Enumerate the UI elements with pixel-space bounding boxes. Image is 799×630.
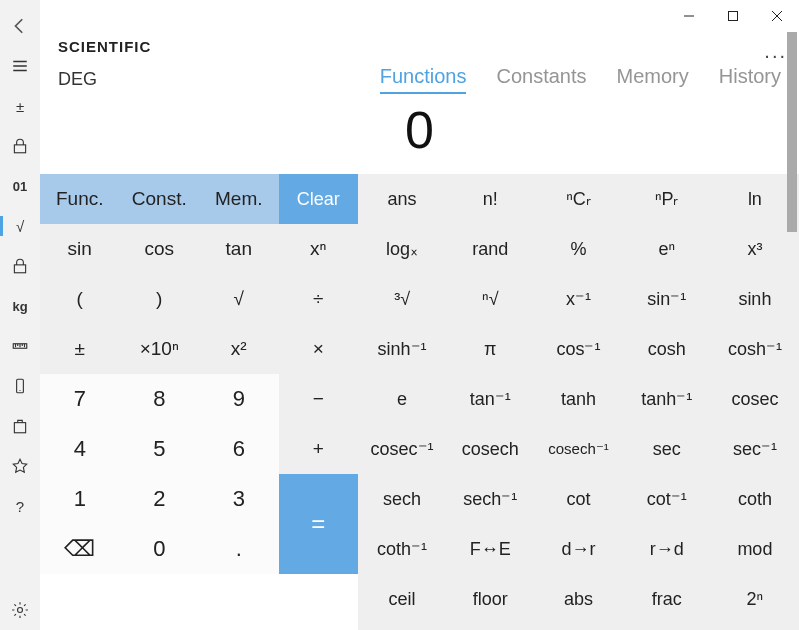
cos-button[interactable]: cos bbox=[120, 224, 200, 274]
scrollbar-thumb[interactable] bbox=[787, 32, 797, 232]
fn-cot[interactable]: cot bbox=[534, 474, 622, 524]
sidebar-lock[interactable] bbox=[0, 126, 40, 166]
sqrt-button[interactable]: √ bbox=[199, 274, 279, 324]
fn-[interactable]: π bbox=[446, 324, 534, 374]
sidebar-weight[interactable]: kg bbox=[0, 286, 40, 326]
fn-dr[interactable]: d→r bbox=[534, 524, 622, 574]
exp10-button[interactable]: ×10ⁿ bbox=[120, 324, 200, 374]
rparen-button[interactable]: ) bbox=[120, 274, 200, 324]
fn-floor[interactable]: floor bbox=[446, 574, 534, 624]
sidebar-lock2[interactable] bbox=[0, 246, 40, 286]
digit-8[interactable]: 8 bbox=[120, 374, 200, 424]
fn-[interactable]: ³√ bbox=[358, 274, 446, 324]
fn-sec[interactable]: sec bbox=[623, 424, 711, 474]
tan-button[interactable]: tan bbox=[199, 224, 279, 274]
fn-rand[interactable]: rand bbox=[446, 224, 534, 274]
sidebar-root[interactable]: √ bbox=[0, 206, 40, 246]
fn-x[interactable]: x⁻¹ bbox=[534, 274, 622, 324]
tab-memory[interactable]: Memory bbox=[617, 65, 689, 94]
tab-functions[interactable]: Functions bbox=[380, 65, 467, 94]
fn-log[interactable]: logₓ bbox=[358, 224, 446, 274]
fn-tanh[interactable]: tanh⁻¹ bbox=[623, 374, 711, 424]
sin-button[interactable]: sin bbox=[40, 224, 120, 274]
close-button[interactable] bbox=[755, 0, 799, 32]
sidebar-star[interactable] bbox=[0, 446, 40, 486]
fn-sech[interactable]: sech bbox=[358, 474, 446, 524]
angle-mode[interactable]: DEG bbox=[58, 69, 97, 90]
svg-rect-5 bbox=[14, 423, 25, 433]
digit-3[interactable]: 3 bbox=[199, 474, 279, 524]
digit-6[interactable]: 6 bbox=[199, 424, 279, 474]
plus-button[interactable]: + bbox=[279, 424, 359, 474]
fn-coth[interactable]: coth⁻¹ bbox=[358, 524, 446, 574]
equals-button[interactable]: = bbox=[279, 474, 359, 574]
function-grid: ansn!ⁿCᵣⁿPᵣlnlogₓrand%eⁿx³³√ⁿ√x⁻¹sin⁻¹si… bbox=[358, 174, 799, 630]
fn-abs[interactable]: abs bbox=[534, 574, 622, 624]
digit-4[interactable]: 4 bbox=[40, 424, 120, 474]
sidebar: ± 01 √ kg ? bbox=[0, 0, 40, 630]
lparen-button[interactable]: ( bbox=[40, 274, 120, 324]
digit-0[interactable]: 0 bbox=[120, 524, 200, 574]
backspace-button[interactable]: ⌫ bbox=[40, 524, 120, 574]
mem-button[interactable]: Mem. bbox=[199, 174, 279, 224]
fn-cos[interactable]: cos⁻¹ bbox=[534, 324, 622, 374]
fn-ceil[interactable]: ceil bbox=[358, 574, 446, 624]
fn-e[interactable]: e bbox=[358, 374, 446, 424]
keypad-body: Func. Const. Mem. Clear sin cos tan xⁿ (… bbox=[40, 174, 799, 630]
minus-button[interactable]: − bbox=[279, 374, 359, 424]
sidebar-binary[interactable]: 01 bbox=[0, 166, 40, 206]
fn-ans[interactable]: ans bbox=[358, 174, 446, 224]
digit-2[interactable]: 2 bbox=[120, 474, 200, 524]
svg-rect-1 bbox=[14, 265, 25, 273]
fn-[interactable]: % bbox=[534, 224, 622, 274]
fn-tan[interactable]: tan⁻¹ bbox=[446, 374, 534, 424]
titlebar bbox=[40, 0, 799, 32]
sidebar-bag[interactable] bbox=[0, 406, 40, 446]
fn-cosh[interactable]: cosh bbox=[623, 324, 711, 374]
fn-fe[interactable]: F↔E bbox=[446, 524, 534, 574]
digit-9[interactable]: 9 bbox=[199, 374, 279, 424]
func-button[interactable]: Func. bbox=[40, 174, 120, 224]
const-button[interactable]: Const. bbox=[120, 174, 200, 224]
clear-button[interactable]: Clear bbox=[279, 174, 359, 224]
mode-label: SCIENTIFIC bbox=[58, 38, 781, 55]
fn-n[interactable]: n! bbox=[446, 174, 534, 224]
settings-button[interactable] bbox=[0, 590, 40, 630]
fn-e[interactable]: eⁿ bbox=[623, 224, 711, 274]
maximize-button[interactable] bbox=[711, 0, 755, 32]
decimal-button[interactable]: . bbox=[199, 524, 279, 574]
sidebar-help[interactable]: ? bbox=[0, 486, 40, 526]
fn-rd[interactable]: r→d bbox=[623, 524, 711, 574]
menu-button[interactable] bbox=[0, 46, 40, 86]
power-button[interactable]: xⁿ bbox=[279, 224, 359, 274]
fn-sinh[interactable]: sinh⁻¹ bbox=[358, 324, 446, 374]
multiply-button[interactable]: × bbox=[279, 324, 359, 374]
plusminus-button[interactable]: ± bbox=[40, 324, 120, 374]
fn-cosech[interactable]: cosech bbox=[446, 424, 534, 474]
digit-5[interactable]: 5 bbox=[120, 424, 200, 474]
fn-sin[interactable]: sin⁻¹ bbox=[623, 274, 711, 324]
svg-rect-0 bbox=[14, 145, 25, 153]
sidebar-ruler[interactable] bbox=[0, 326, 40, 366]
fn-p[interactable]: ⁿPᵣ bbox=[623, 174, 711, 224]
fn-frac[interactable]: frac bbox=[623, 574, 711, 624]
scrollbar[interactable] bbox=[785, 32, 799, 630]
fn-[interactable]: ⁿ√ bbox=[446, 274, 534, 324]
more-button[interactable]: ··· bbox=[764, 44, 787, 67]
fn-sech[interactable]: sech⁻¹ bbox=[446, 474, 534, 524]
square-button[interactable]: x² bbox=[199, 324, 279, 374]
tab-constants[interactable]: Constants bbox=[496, 65, 586, 94]
fn-cosech[interactable]: cosech⁻¹ bbox=[534, 424, 622, 474]
sidebar-phone[interactable] bbox=[0, 366, 40, 406]
fn-cosec[interactable]: cosec⁻¹ bbox=[358, 424, 446, 474]
minimize-button[interactable] bbox=[667, 0, 711, 32]
back-button[interactable] bbox=[0, 6, 40, 46]
fn-tanh[interactable]: tanh bbox=[534, 374, 622, 424]
tab-history[interactable]: History bbox=[719, 65, 781, 94]
fn-cot[interactable]: cot⁻¹ bbox=[623, 474, 711, 524]
digit-7[interactable]: 7 bbox=[40, 374, 120, 424]
fn-c[interactable]: ⁿCᵣ bbox=[534, 174, 622, 224]
digit-1[interactable]: 1 bbox=[40, 474, 120, 524]
divide-button[interactable]: ÷ bbox=[279, 274, 359, 324]
sidebar-plusminus[interactable]: ± bbox=[0, 86, 40, 126]
